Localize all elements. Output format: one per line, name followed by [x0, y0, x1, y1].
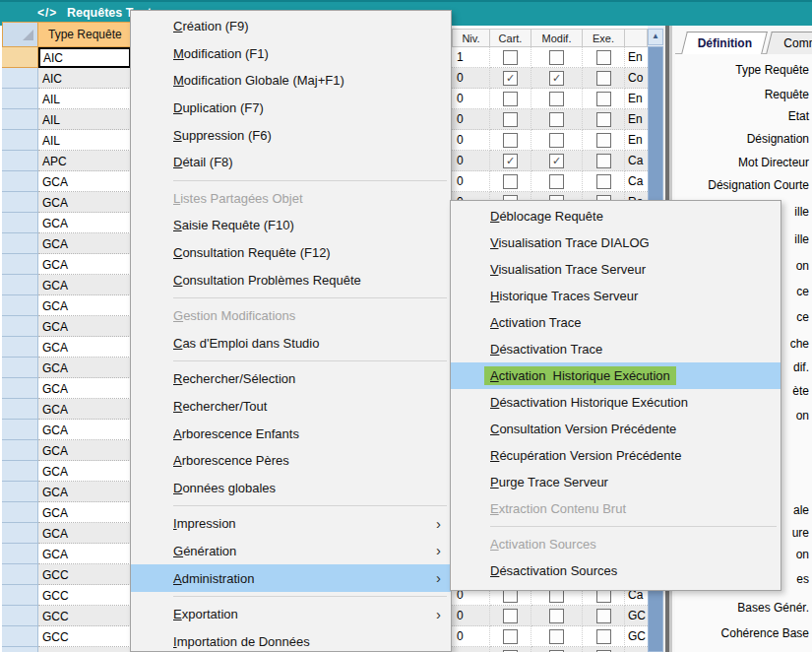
cell-status[interactable]: GC — [625, 606, 648, 626]
table-row[interactable]: GCA — [2, 192, 131, 213]
row-selector[interactable] — [2, 606, 38, 626]
table-row[interactable]: GCC — [2, 564, 131, 585]
cell-niv[interactable]: 0 — [452, 68, 490, 89]
menu-item-visualisation-trace-dialog[interactable]: Visualisation Trace DIALOG — [451, 229, 781, 256]
cell-type-requete[interactable]: GCC — [38, 626, 131, 647]
table-row[interactable]: GCA — [2, 378, 131, 399]
checkbox-cart[interactable] — [503, 92, 518, 106]
column-header-cart[interactable]: Cart. — [490, 29, 531, 47]
cell-type-requete[interactable]: GCA — [38, 523, 131, 544]
checkbox-cart[interactable] — [503, 133, 518, 148]
checkbox-modif[interactable] — [549, 174, 564, 189]
table-row[interactable]: AIL — [2, 109, 131, 130]
cell-niv[interactable]: 0 — [452, 171, 490, 192]
table-row[interactable]: GCA — [2, 295, 131, 316]
cell-type-requete[interactable]: GCA — [38, 171, 131, 192]
row-selector[interactable] — [2, 275, 38, 295]
menu-item-activation-historique-ex-cution[interactable]: Activation Historique Exécution — [451, 362, 781, 389]
row-selector[interactable] — [2, 420, 38, 440]
menu-item-arborescence-p-res[interactable]: Arborescence Pères — [131, 447, 451, 475]
grid-row[interactable]: 0✓✓Ca — [452, 151, 648, 171]
menu-item-exportation[interactable]: Exportation› — [131, 601, 451, 628]
grid-row[interactable]: 1En — [452, 47, 648, 68]
cell-type-requete[interactable]: GCA — [38, 440, 131, 461]
checkbox-cart[interactable] — [503, 50, 518, 65]
table-row[interactable]: AIC — [2, 68, 131, 89]
cell-status[interactable]: Ca — [625, 171, 648, 192]
table-row[interactable]: GCC — [2, 626, 131, 647]
checkbox-exe[interactable] — [596, 133, 611, 148]
row-selector[interactable] — [2, 544, 38, 564]
menu-item-d-sactivation-trace[interactable]: Désactivation Trace — [451, 336, 781, 362]
table-row[interactable]: GCA — [2, 399, 131, 420]
row-selector[interactable] — [2, 482, 38, 502]
row-selector[interactable] — [2, 130, 38, 151]
row-selector[interactable] — [2, 502, 38, 523]
grid-row[interactable]: 0En — [452, 109, 648, 130]
menu-item-d-tail-f8[interactable]: Détail (F8) — [131, 149, 451, 176]
row-selector[interactable] — [2, 295, 38, 316]
table-row[interactable]: GCA — [2, 544, 131, 564]
cell-type-requete[interactable]: GCA — [38, 378, 131, 399]
grid-row[interactable]: 0GC — [452, 606, 648, 626]
checkbox-exe[interactable] — [596, 71, 611, 86]
cell-type-requete[interactable]: GCA — [38, 316, 131, 337]
menu-item-suppression-f6[interactable]: Suppression (F6) — [131, 121, 451, 149]
table-row[interactable]: GCA — [2, 275, 131, 295]
menu-item-rechercher-tout[interactable]: Rechercher/Tout — [131, 393, 451, 421]
checkbox-modif[interactable]: ✓ — [549, 154, 564, 168]
table-row[interactable]: AIL — [2, 130, 131, 151]
cell-status[interactable]: En — [625, 89, 648, 109]
row-selector[interactable] — [2, 233, 38, 254]
menu-item-administration[interactable]: Administration› — [131, 564, 451, 592]
cell-status[interactable]: GC — [625, 626, 648, 647]
menu-item-g-n-ration[interactable]: Génération› — [131, 538, 451, 565]
tab-definition[interactable]: Définition — [681, 32, 768, 54]
column-header-exe[interactable]: Exe. — [583, 29, 625, 47]
checkbox-exe[interactable] — [596, 629, 611, 644]
cell-type-requete[interactable]: GCA — [38, 233, 131, 254]
cell-type-requete[interactable]: GCC — [38, 564, 131, 585]
checkbox-modif[interactable] — [549, 50, 564, 65]
grid-row[interactable]: 0En — [452, 89, 648, 109]
cell-niv[interactable]: 0 — [452, 647, 490, 652]
cell-type-requete[interactable]: GCA — [38, 295, 131, 316]
column-header-type-requete[interactable]: Type Requête — [38, 22, 131, 47]
menu-item-cas-d-emploi-dans-studio[interactable]: Cas d'Emploi dans Studio — [131, 330, 451, 358]
cell-status[interactable]: En — [625, 47, 648, 68]
cell-type-requete[interactable]: GCC — [38, 647, 131, 652]
row-selector[interactable] — [2, 523, 38, 544]
menu-item-arborescence-enfants[interactable]: Arborescence Enfants — [131, 420, 451, 447]
cell-type-requete[interactable]: GCA — [38, 399, 131, 420]
column-header-modif[interactable]: Modif. — [531, 29, 583, 47]
checkbox-exe[interactable] — [596, 92, 611, 106]
menu-item-d-blocage-requ-te[interactable]: Déblocage Requête — [451, 203, 781, 229]
cell-status[interactable]: En — [625, 109, 648, 130]
grid-row[interactable]: 0GC — [452, 626, 648, 647]
row-selector[interactable] — [2, 151, 38, 171]
table-row[interactable]: GCA — [2, 171, 131, 192]
table-row[interactable]: GCA — [2, 233, 131, 254]
cell-type-requete[interactable]: AIL — [38, 89, 131, 109]
cell-type-requete[interactable]: GCA — [38, 337, 131, 358]
table-row[interactable]: GCA — [2, 482, 131, 502]
column-header-partial[interactable] — [625, 29, 648, 47]
menu-item-purge-trace-serveur[interactable]: Purge Trace Serveur — [451, 469, 781, 495]
tab-commentaire[interactable]: Comme — [766, 32, 812, 54]
menu-item-rechercher-s-lection[interactable]: Rechercher/Sélection — [131, 365, 451, 393]
cell-niv[interactable]: 0 — [452, 130, 490, 151]
menu-item-cr-ation-f9[interactable]: Création (F9) — [131, 13, 451, 40]
cell-status[interactable]: Nu — [625, 647, 648, 652]
checkbox-exe[interactable] — [596, 609, 611, 623]
table-row[interactable]: GCA — [2, 316, 131, 337]
row-selector[interactable] — [2, 171, 38, 192]
row-selector[interactable] — [2, 254, 38, 275]
checkbox-exe[interactable] — [596, 174, 611, 189]
cell-type-requete[interactable]: AIL — [38, 109, 131, 130]
menu-item-d-sactivation-historique-ex-cution[interactable]: Désactivation Historique Exécution — [451, 389, 781, 416]
menu-item-saisie-requ-te-f10[interactable]: Saisie Requête (F10) — [131, 212, 451, 239]
table-row[interactable]: GCA — [2, 254, 131, 275]
row-selector[interactable] — [2, 399, 38, 420]
menu-item-impression[interactable]: Impression› — [131, 510, 451, 538]
table-row[interactable]: GCA — [2, 502, 131, 523]
